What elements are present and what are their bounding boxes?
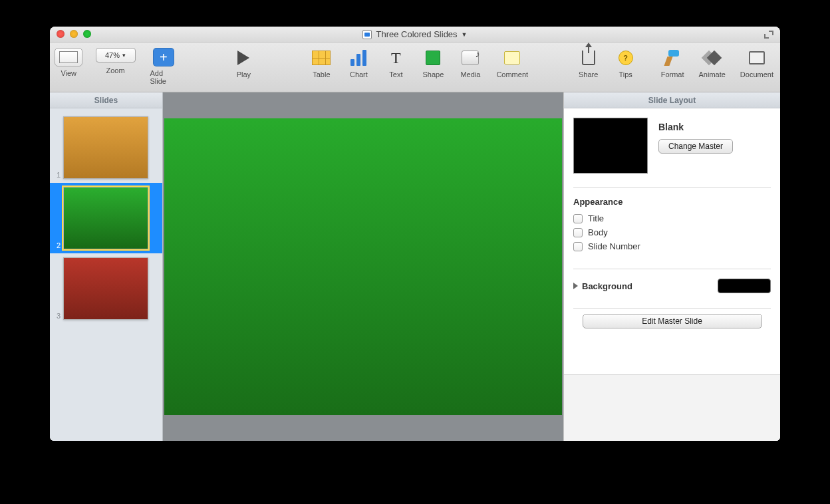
document-button[interactable]: Document bbox=[740, 48, 773, 78]
background-label: Background bbox=[582, 281, 632, 291]
chevron-right-icon bbox=[573, 283, 578, 289]
add-slide-button[interactable]: + Add Slide bbox=[150, 48, 178, 85]
slide-number-checkbox-row[interactable]: Slide Number bbox=[573, 241, 771, 251]
chart-label: Chart bbox=[350, 70, 368, 78]
inspector-header: Slide Layout bbox=[564, 92, 780, 108]
title-checkbox-row[interactable]: Title bbox=[573, 213, 771, 223]
zoom-select[interactable]: 47% ▾ bbox=[96, 48, 136, 63]
format-button[interactable]: Format bbox=[661, 48, 684, 78]
shape-button[interactable]: Shape bbox=[422, 48, 444, 78]
slide-thumb-1[interactable]: 1 bbox=[50, 112, 162, 183]
body-checkbox-row[interactable]: Body bbox=[573, 227, 771, 237]
play-button[interactable]: Play bbox=[232, 48, 255, 78]
table-label: Table bbox=[313, 70, 330, 78]
slide-number: 3 bbox=[53, 312, 61, 320]
comment-label: Comment bbox=[496, 70, 528, 78]
close-icon[interactable] bbox=[57, 30, 65, 38]
minimize-icon[interactable] bbox=[70, 30, 78, 38]
format-icon bbox=[662, 48, 683, 68]
document-label: Document bbox=[740, 70, 773, 78]
checkbox-icon[interactable] bbox=[573, 242, 583, 251]
play-icon bbox=[233, 48, 254, 68]
share-button[interactable]: Share bbox=[577, 48, 600, 78]
table-icon bbox=[311, 48, 332, 68]
appearance-section: Appearance Title Body Slide Number bbox=[573, 187, 771, 255]
view-icon bbox=[55, 48, 82, 66]
slides-sidebar: Slides 1 2 3 bbox=[50, 92, 163, 441]
slide-preview bbox=[63, 257, 148, 320]
appearance-label: Appearance bbox=[573, 197, 771, 207]
media-icon bbox=[460, 48, 481, 68]
chevron-down-icon: ▾ bbox=[122, 52, 126, 59]
tips-label: Tips bbox=[619, 70, 632, 78]
shape-icon bbox=[422, 48, 444, 68]
slide-preview bbox=[63, 116, 148, 179]
tips-icon: ? bbox=[615, 48, 636, 68]
slide-thumb-2[interactable]: 2 bbox=[50, 183, 162, 253]
checkbox-icon[interactable] bbox=[573, 214, 583, 223]
share-label: Share bbox=[579, 70, 598, 78]
format-label: Format bbox=[661, 70, 684, 78]
main-body: Slides 1 2 3 Slide Layout bbox=[50, 92, 780, 441]
zoom-label: Zoom bbox=[106, 66, 124, 74]
window-title: Three Colored Slides ▼ bbox=[362, 29, 467, 39]
comment-icon bbox=[501, 48, 523, 68]
inspector-panel: Slide Layout Blank Change Master Appeara… bbox=[563, 92, 780, 441]
document-icon bbox=[362, 30, 372, 39]
text-icon: T bbox=[385, 48, 406, 68]
zoom-value: 47% bbox=[105, 51, 120, 59]
background-section: Background bbox=[573, 269, 771, 293]
page-icon bbox=[746, 48, 767, 68]
slide-number: 1 bbox=[53, 171, 61, 179]
canvas-area[interactable] bbox=[163, 92, 563, 441]
title-check-label: Title bbox=[588, 213, 604, 223]
master-preview bbox=[573, 118, 648, 174]
title-dropdown-icon[interactable]: ▼ bbox=[462, 31, 468, 38]
plus-icon: + bbox=[153, 48, 174, 66]
text-label: Text bbox=[389, 70, 402, 78]
zoom-icon[interactable] bbox=[83, 30, 91, 38]
toolbar: View 47% ▾ Zoom + Add Slide Play bbox=[50, 43, 780, 92]
fullscreen-icon[interactable] bbox=[764, 31, 773, 39]
media-button[interactable]: Media bbox=[459, 48, 482, 78]
view-button[interactable]: View bbox=[57, 48, 81, 85]
slide-number-check-label: Slide Number bbox=[588, 241, 640, 251]
chart-icon bbox=[348, 48, 369, 68]
shape-label: Shape bbox=[422, 70, 444, 78]
share-icon bbox=[578, 48, 599, 68]
view-label: View bbox=[61, 69, 76, 77]
window-title-text: Three Colored Slides bbox=[376, 29, 457, 39]
body-check-label: Body bbox=[588, 227, 608, 237]
inspector-footer bbox=[564, 374, 780, 441]
change-master-button[interactable]: Change Master bbox=[658, 139, 733, 154]
slide-number: 2 bbox=[53, 241, 61, 249]
master-row: Blank Change Master bbox=[573, 118, 771, 174]
text-button[interactable]: T Text bbox=[384, 48, 407, 78]
chart-button[interactable]: Chart bbox=[347, 48, 370, 78]
current-slide[interactable] bbox=[164, 118, 562, 415]
background-swatch[interactable] bbox=[718, 279, 771, 293]
window-controls bbox=[57, 30, 91, 38]
master-name: Blank bbox=[658, 122, 733, 132]
animate-button[interactable]: Animate bbox=[699, 48, 726, 78]
animate-icon bbox=[702, 48, 723, 68]
edit-master-slide-button[interactable]: Edit Master Slide bbox=[583, 314, 762, 328]
tips-button[interactable]: ? Tips bbox=[615, 48, 637, 78]
slide-thumb-3[interactable]: 3 bbox=[50, 253, 162, 324]
media-label: Media bbox=[460, 70, 480, 78]
table-button[interactable]: Table bbox=[310, 48, 333, 78]
app-window: Three Colored Slides ▼ View 47% ▾ Zoom +… bbox=[50, 27, 780, 441]
slide-thumbnails: 1 2 3 bbox=[50, 108, 162, 441]
slide-preview bbox=[63, 187, 148, 249]
titlebar: Three Colored Slides ▼ bbox=[50, 27, 780, 43]
background-disclosure[interactable]: Background bbox=[573, 281, 632, 291]
animate-label: Animate bbox=[699, 70, 726, 78]
sidebar-header: Slides bbox=[50, 92, 162, 108]
comment-button[interactable]: Comment bbox=[496, 48, 528, 78]
play-label: Play bbox=[237, 70, 251, 78]
add-slide-label: Add Slide bbox=[150, 69, 178, 85]
checkbox-icon[interactable] bbox=[573, 228, 583, 237]
